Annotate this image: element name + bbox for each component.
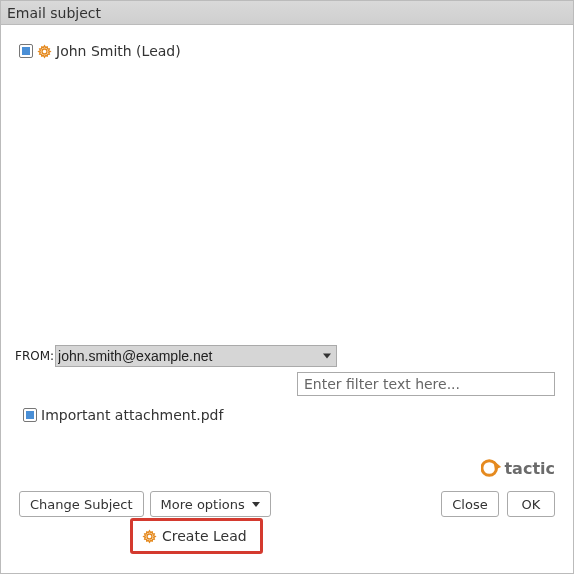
from-row: FROM: bbox=[15, 345, 337, 367]
button-label: Close bbox=[452, 497, 487, 512]
menu-item-create-lead[interactable]: Create Lead bbox=[136, 524, 257, 548]
dialog-content: John Smith (Lead) FROM: Important attach… bbox=[1, 25, 573, 573]
from-select[interactable] bbox=[55, 345, 337, 367]
contact-row[interactable]: John Smith (Lead) bbox=[19, 41, 555, 61]
close-button[interactable]: Close bbox=[441, 491, 499, 517]
attachment-row[interactable]: Important attachment.pdf bbox=[23, 407, 223, 423]
change-subject-button[interactable]: Change Subject bbox=[19, 491, 144, 517]
more-options-button[interactable]: More options bbox=[150, 491, 271, 517]
button-label: OK bbox=[522, 497, 541, 512]
brand-logo: tactic bbox=[481, 457, 555, 479]
menu-item-label: Create Lead bbox=[162, 528, 247, 544]
from-select-wrap[interactable] bbox=[55, 345, 337, 367]
chevron-down-icon bbox=[252, 502, 260, 507]
ok-button[interactable]: OK bbox=[507, 491, 555, 517]
contact-label: John Smith (Lead) bbox=[56, 43, 181, 59]
logo-icon bbox=[481, 457, 503, 479]
from-label: FROM: bbox=[15, 349, 55, 363]
contact-list: John Smith (Lead) bbox=[1, 25, 573, 61]
logo-text: tactic bbox=[504, 459, 555, 478]
attachment-checkbox[interactable] bbox=[23, 408, 37, 422]
filter-input[interactable] bbox=[297, 372, 555, 396]
more-options-menu: Create Lead bbox=[130, 518, 263, 554]
dialog-window: Email subject John Smith (Lead) FROM: Im… bbox=[0, 0, 574, 574]
gear-icon bbox=[142, 529, 157, 544]
button-bar: Change Subject More options Close OK bbox=[19, 491, 555, 517]
titlebar: Email subject bbox=[1, 1, 573, 25]
window-title: Email subject bbox=[7, 5, 101, 21]
contact-checkbox[interactable] bbox=[19, 44, 33, 58]
button-label: More options bbox=[161, 497, 245, 512]
attachment-label: Important attachment.pdf bbox=[41, 407, 223, 423]
gear-icon bbox=[37, 44, 52, 59]
button-label: Change Subject bbox=[30, 497, 133, 512]
